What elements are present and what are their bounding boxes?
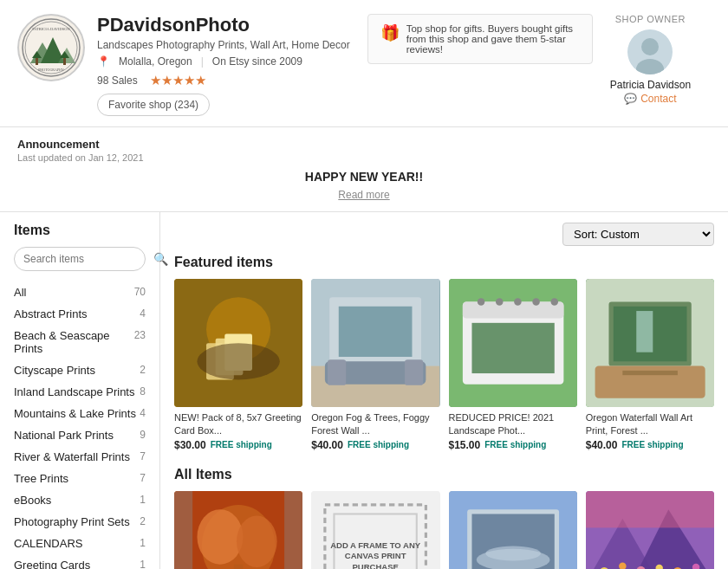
svg-rect-6 — [63, 58, 66, 65]
shop-meta: 📍 Molalla, Oregon | On Etsy since 2009 — [97, 55, 350, 68]
sidebar-item-abstract[interactable]: Abstract Prints 4 — [14, 303, 146, 325]
free-shipping: FREE shipping — [211, 440, 272, 449]
sidebar-item-beach[interactable]: Beach & Seascape Prints 23 — [14, 325, 146, 359]
announcement-date: Last updated on Jan 12, 2021 — [17, 152, 711, 163]
nav-count: 4 — [140, 307, 146, 320]
item-thumbnail — [449, 279, 577, 407]
owner-name: Patricia Davidson — [610, 79, 691, 91]
featured-item-2[interactable]: REDUCED PRICE! 2021 Landscape Phot... $1… — [449, 279, 577, 451]
nav-count: 7 — [140, 472, 146, 485]
shop-tagline: Landscapes Photography Prints, Wall Art,… — [97, 39, 350, 51]
item-price: $40.00 — [586, 439, 618, 451]
item-price: $40.00 — [311, 439, 343, 451]
svg-rect-30 — [471, 323, 554, 373]
sidebar-item-inland[interactable]: Inland Landscape Prints 8 — [14, 381, 146, 403]
nav-label: National Park Prints — [14, 429, 114, 442]
nav-label: Cityscape Prints — [14, 364, 95, 377]
sort-select[interactable]: Sort: Custom Sort: Newest Sort: Price: L… — [562, 223, 714, 246]
item-price: $30.00 — [174, 439, 206, 451]
badge-text: Top shop for gifts. Buyers bought gifts … — [406, 23, 580, 55]
item-thumbnail — [586, 279, 714, 407]
item-price-row: $15.00 FREE shipping — [449, 439, 577, 451]
svg-text:PHOTOGRAPHY: PHOTOGRAPHY — [38, 68, 64, 72]
shop-name: PDavidsonPhoto — [97, 14, 350, 36]
featured-item-3[interactable]: Oregon Waterfall Wall Art Print, Forest … — [586, 279, 714, 451]
svg-point-12 — [641, 38, 659, 55]
shop-location: Molalla, Oregon — [119, 55, 192, 68]
nav-count: 1 — [140, 559, 146, 569]
svg-point-32 — [496, 298, 503, 305]
sidebar-item-national[interactable]: National Park Prints 9 — [14, 424, 146, 446]
sidebar-item-all[interactable]: All 70 — [14, 281, 146, 303]
shop-info: PDavidsonPhoto Landscapes Photography Pr… — [97, 14, 350, 116]
search-box: 🔍 — [14, 247, 146, 271]
nav-label: River & Waterfall Prints — [14, 450, 130, 463]
item-title: REDUCED PRICE! 2021 Landscape Phot... — [449, 411, 577, 436]
shop-owner-section: SHOP OWNER Patricia Davidson 💬 Contact — [610, 14, 691, 105]
nav-count: 7 — [140, 450, 146, 463]
search-input[interactable] — [23, 253, 153, 265]
svg-text:CANVAS PRINT: CANVAS PRINT — [345, 551, 406, 560]
announcement-label: Announcement — [17, 138, 711, 151]
item-thumbnail — [174, 491, 302, 569]
nav-label: Greeting Cards — [14, 559, 90, 569]
all-items-grid: Japanese Maple Tree Wall Art Print, Por.… — [174, 491, 714, 569]
nav-count: 2 — [140, 364, 146, 377]
svg-point-31 — [477, 298, 484, 305]
contact-link[interactable]: 💬 Contact — [610, 93, 691, 105]
featured-title: Featured items — [174, 255, 714, 270]
sidebar-item-tree[interactable]: Tree Prints 7 — [14, 468, 146, 489]
svg-rect-47 — [174, 491, 192, 569]
item-title: NEW! Pack of 8, 5x7 Greeting Card Box... — [174, 411, 302, 436]
all-item-2[interactable]: Oregon Fog & Trees, Foggy Forest Wall ..… — [449, 491, 577, 569]
item-price-row: $40.00 FREE shipping — [586, 439, 714, 451]
svg-point-19 — [197, 343, 279, 379]
all-item-1[interactable]: ADD A FRAME TO ANY CANVAS PRINT PURCHASE… — [311, 491, 439, 569]
sidebar-item-calendars[interactable]: CALENDARS 1 — [14, 533, 146, 554]
featured-item-1[interactable]: Oregon Fog & Trees, Foggy Forest Wall ..… — [311, 279, 439, 451]
item-thumbnail — [311, 279, 439, 407]
location-icon: 📍 — [97, 55, 110, 68]
gift-badge: 🎁 Top shop for gifts. Buyers bought gift… — [367, 14, 593, 64]
featured-section: Featured items — [174, 255, 714, 451]
sidebar-item-ebooks[interactable]: eBooks 1 — [14, 489, 146, 511]
svg-rect-22 — [339, 307, 413, 357]
nav-label: Inland Landscape Prints — [14, 385, 134, 398]
all-item-3[interactable]: Mt Rainier Mountain & Wildflowers Wall..… — [586, 491, 714, 569]
svg-rect-39 — [636, 311, 653, 352]
svg-rect-48 — [284, 491, 302, 569]
nav-count: 4 — [140, 407, 146, 420]
sales-count: 98 Sales — [97, 74, 138, 87]
svg-point-60 — [485, 546, 541, 560]
svg-rect-29 — [462, 301, 562, 318]
sidebar-item-photo-sets[interactable]: Photography Print Sets 2 — [14, 511, 146, 533]
favorite-shop-button[interactable]: Favorite shop (234) — [97, 94, 210, 116]
svg-text:PURCHASE: PURCHASE — [353, 562, 399, 569]
announcement-section: Announcement Last updated on Jan 12, 202… — [0, 127, 728, 212]
nav-label: Tree Prints — [14, 472, 68, 485]
shop-since: On Etsy since 2009 — [212, 55, 302, 68]
nav-label: Beach & Seascape Prints — [14, 329, 134, 355]
nav-list: All 70 Abstract Prints 4 Beach & Seascap… — [14, 281, 146, 569]
sidebar-item-cityscape[interactable]: Cityscape Prints 2 — [14, 359, 146, 381]
nav-label: Abstract Prints — [14, 307, 88, 320]
sort-bar: Sort: Custom Sort: Newest Sort: Price: L… — [174, 223, 714, 246]
read-more-link[interactable]: Read more — [17, 189, 711, 201]
sidebar-item-greeting[interactable]: Greeting Cards 1 — [14, 554, 146, 569]
nav-label: All — [14, 286, 26, 299]
all-items-title: All Items — [174, 467, 714, 482]
item-price-row: $40.00 FREE shipping — [311, 439, 439, 451]
nav-count: 1 — [140, 494, 146, 507]
sidebar-item-river[interactable]: River & Waterfall Prints 7 — [14, 446, 146, 468]
nav-count: 9 — [140, 429, 146, 442]
svg-rect-25 — [328, 359, 346, 385]
item-thumbnail — [174, 279, 302, 407]
star-rating: ★★★★★ — [150, 73, 206, 88]
featured-item-0[interactable]: NEW! Pack of 8, 5x7 Greeting Card Box...… — [174, 279, 302, 451]
free-shipping: FREE shipping — [621, 440, 683, 449]
all-item-0[interactable]: Japanese Maple Tree Wall Art Print, Por.… — [174, 491, 302, 569]
item-title: Oregon Waterfall Wall Art Print, Forest … — [586, 411, 714, 436]
item-price: $15.00 — [449, 439, 481, 451]
svg-point-45 — [197, 509, 243, 565]
sidebar-item-mountains[interactable]: Mountains & Lake Prints 4 — [14, 403, 146, 424]
